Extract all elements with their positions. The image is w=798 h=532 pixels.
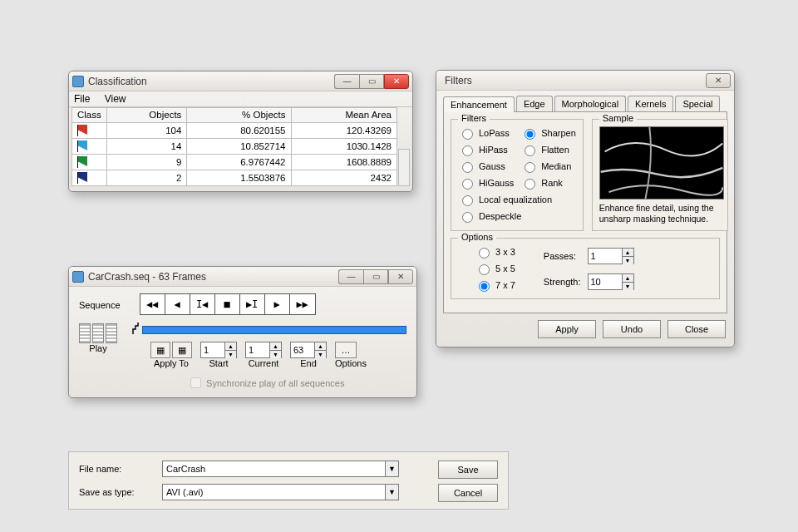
spin-down-icon[interactable]: ▼ [314,351,326,358]
sync-checkbox[interactable] [190,377,201,388]
spin-up-icon[interactable]: ▲ [224,342,236,351]
chevron-down-icon[interactable]: ▼ [385,485,398,500]
radio-k7[interactable]: 7 x 7 [475,278,515,292]
spin-down-icon[interactable]: ▼ [269,351,281,358]
passes-input[interactable] [589,249,622,264]
radio-input[interactable] [462,162,473,173]
current-input[interactable] [246,342,269,357]
close-button[interactable]: ✕ [384,74,409,89]
table-row[interactable]: 10480.620155120.43269 [72,122,397,138]
maximize-button[interactable]: ▭ [363,269,388,284]
filename-input[interactable] [163,461,385,476]
timeline[interactable] [132,320,406,335]
step-back-button[interactable]: ◀ [165,294,190,314]
minimize-button[interactable]: — [334,74,359,89]
radio-input[interactable] [479,248,490,259]
col-objects[interactable]: Objects [106,108,187,123]
vertical-scrollbar[interactable] [398,149,410,186]
stop-button[interactable]: ■ [215,294,240,314]
radio-sharpen[interactable]: Sharpen [520,126,576,140]
radio-input[interactable] [462,195,473,206]
next-frame-button[interactable]: ▶I [240,294,265,314]
start-spin[interactable]: ▲▼ [200,342,237,358]
current-spin[interactable]: ▲▼ [245,342,282,358]
rewind-button[interactable]: ◀◀ [140,294,165,314]
radio-input[interactable] [525,129,535,140]
menu-file[interactable]: File [74,93,90,105]
filename-combo[interactable]: ▼ [162,461,399,477]
spin-up-icon[interactable]: ▲ [622,249,633,257]
radio-input[interactable] [525,179,535,190]
radio-input[interactable] [479,264,490,275]
savetype-combo[interactable]: ▼ [162,484,399,500]
applyto-icon-2[interactable]: ▦ [172,342,192,358]
strength-spin[interactable]: ▲▼ [588,273,634,290]
tab-kernels[interactable]: Kernels [628,96,673,111]
radio-k5[interactable]: 5 x 5 [475,262,515,275]
close-button[interactable]: ✕ [388,269,413,284]
radio-median[interactable]: Median [520,160,576,173]
chevron-down-icon[interactable]: ▼ [385,461,398,476]
radio-rank[interactable]: Rank [520,176,576,190]
options-button[interactable]: … [335,342,357,358]
spin-down-icon[interactable]: ▼ [224,351,236,358]
apply-button[interactable]: Apply [538,320,596,338]
passes-spin[interactable]: ▲▼ [588,248,634,264]
spin-up-icon[interactable]: ▲ [314,342,326,351]
tab-special[interactable]: Special [675,96,720,111]
maximize-button[interactable]: ▭ [359,74,384,89]
step-fwd-button[interactable]: ▶ [265,294,290,314]
savetype-input[interactable] [163,485,385,500]
kernel-radio-group: 3 x 35 x 57 x 7 [475,245,515,292]
spin-up-icon[interactable]: ▲ [622,274,633,283]
cell-pct: 1.5503876 [187,170,291,185]
applyto-icon[interactable]: ▦ [150,342,170,358]
close-button[interactable]: ✕ [706,73,731,88]
play-icon[interactable] [79,323,117,343]
start-input[interactable] [201,342,224,357]
strength-input[interactable] [589,274,622,289]
radio-input[interactable] [462,179,473,190]
current-label: Current [245,358,282,368]
radio-input[interactable] [525,145,535,156]
save-button[interactable]: Save [438,461,498,479]
radio-localeq[interactable]: Local equalization [458,193,576,206]
classification-titlebar[interactable]: Classification — ▭ ✕ [69,71,412,91]
tab-edge[interactable]: Edge [516,96,553,111]
col-pct[interactable]: % Objects [187,108,291,123]
table-row[interactable]: 96.97674421608.8889 [72,154,397,170]
spin-down-icon[interactable]: ▼ [622,283,633,290]
spin-down-icon[interactable]: ▼ [622,257,633,264]
radio-flatten[interactable]: Flatten [520,143,576,156]
radio-gauss[interactable]: Gauss [458,160,514,173]
tab-enhancement[interactable]: Enhancement [443,96,515,112]
close-button[interactable]: Close [667,320,726,338]
table-row[interactable]: 1410.8527141030.1428 [72,138,397,154]
radio-lopass[interactable]: LoPass [458,126,514,140]
radio-higauss[interactable]: HiGauss [458,176,514,190]
transport-controls: ◀◀ ◀ I◀ ■ ▶I ▶ ▶▶ [140,293,316,315]
menu-view[interactable]: View [105,93,126,105]
radio-input[interactable] [462,129,473,140]
minimize-button[interactable]: — [338,269,363,284]
sequence-titlebar[interactable]: CarCrash.seq - 63 Frames — ▭ ✕ [69,267,416,287]
spin-up-icon[interactable]: ▲ [269,342,281,351]
end-spin[interactable]: ▲▼ [290,342,327,358]
col-class[interactable]: Class [72,108,107,123]
class-flag-icon [77,140,89,150]
end-input[interactable] [291,342,314,357]
radio-input[interactable] [462,212,473,223]
undo-button[interactable]: Undo [603,320,661,338]
tab-morphological[interactable]: Morphological [554,96,626,111]
prev-frame-button[interactable]: I◀ [190,294,215,314]
radio-hipass[interactable]: HiPass [458,143,514,156]
cancel-button[interactable]: Cancel [438,484,498,502]
radio-input[interactable] [479,281,490,292]
radio-k3[interactable]: 3 x 3 [475,245,515,259]
radio-input[interactable] [462,145,473,156]
fast-fwd-button[interactable]: ▶▶ [290,294,315,314]
filters-titlebar[interactable]: Filters ✕ [436,71,734,91]
radio-input[interactable] [525,162,535,173]
radio-despeckle[interactable]: Despeckle [458,209,576,223]
table-row[interactable]: 21.55038762432 [72,170,397,185]
